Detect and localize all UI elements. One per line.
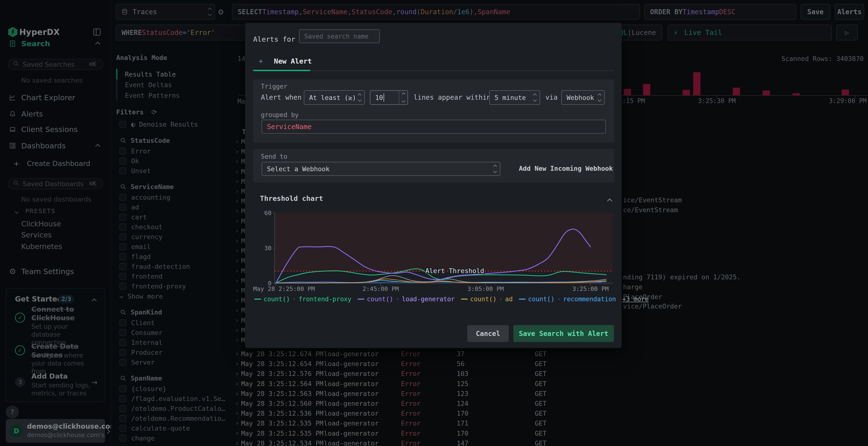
add-webhook-button[interactable]: Add New Incoming Webhook	[519, 165, 613, 172]
chevron-up-icon[interactable]	[92, 297, 96, 304]
analysis-mode-results-table[interactable]: Results Table	[116, 69, 232, 79]
filter-option-Error[interactable]: Error	[111, 146, 239, 156]
filter-option-{closure}[interactable]: {closure}	[111, 384, 239, 394]
sidebar-item-search[interactable]: Search	[0, 38, 111, 49]
checkbox[interactable]	[119, 359, 126, 366]
show-more-button[interactable]: Show more	[111, 291, 239, 301]
checkbox[interactable]	[119, 283, 126, 290]
get-started-item-title[interactable]: Add Data	[31, 372, 94, 380]
checkbox[interactable]	[119, 385, 126, 392]
table-row[interactable]: ›May 28 3:25:12.535 PMload-generatorErro…	[231, 428, 868, 438]
checkbox[interactable]	[119, 415, 126, 422]
filter-option-flagd[interactable]: flagd	[111, 252, 239, 262]
checkbox[interactable]	[119, 194, 126, 201]
checkbox[interactable]	[119, 263, 126, 270]
grouped-by-input[interactable]: ServiceName	[261, 120, 606, 134]
checkbox[interactable]	[119, 243, 126, 250]
filter-option-calculate-quote[interactable]: calculate-quote	[111, 423, 239, 433]
checkbox[interactable]	[119, 339, 126, 346]
preset-clickhouse[interactable]: ClickHouse	[21, 219, 61, 228]
filter-option-change[interactable]: change	[111, 433, 239, 443]
chevron-up-icon[interactable]	[608, 197, 612, 204]
checkbox[interactable]	[119, 158, 126, 165]
filter-option-Unset[interactable]: Unset	[111, 166, 239, 176]
legend-item-frontend-proxy[interactable]: count() · frontend-proxy	[254, 296, 351, 303]
filter-option-Server[interactable]: Server	[111, 357, 239, 367]
saved-search-name-input[interactable]: Saved search name	[299, 29, 380, 43]
filter-option-/oteldemo.Recommendatio…[interactable]: /oteldemo.Recommendatio…	[111, 413, 239, 423]
saved-dashboards-input[interactable]: Saved Dashboards ⌘K	[8, 178, 103, 189]
checkbox[interactable]	[119, 425, 126, 432]
source-select[interactable]: Traces	[116, 4, 215, 20]
table-row[interactable]: ›May 28 3:25:12.654 PMload-generatorErro…	[231, 359, 868, 369]
checkbox[interactable]	[119, 405, 126, 412]
user-account-chip[interactable]: D demos@clickhouse.com demos@clickhouse.…	[6, 419, 105, 443]
filter-option-/oteldemo.ProductCatalo…[interactable]: /oteldemo.ProductCatalo…	[111, 404, 239, 413]
alerts-button[interactable]: Alerts	[835, 4, 864, 20]
gear-icon[interactable]: ⚙	[218, 7, 223, 16]
cancel-button[interactable]: Cancel	[467, 325, 509, 342]
analysis-mode-event-deltas[interactable]: Event Deltas	[116, 79, 232, 90]
checkbox[interactable]	[119, 214, 126, 220]
checkbox[interactable]	[119, 273, 126, 280]
filter-option-ad[interactable]: ad	[111, 202, 239, 212]
legend-item-load-generator[interactable]: count() · load-generator	[358, 296, 455, 303]
checkbox[interactable]	[119, 224, 126, 231]
webhook-select[interactable]: Select a Webhook	[261, 162, 500, 176]
table-row[interactable]: ›May 28 3:25:12.535 PMload-generatorErro…	[231, 418, 868, 428]
filter-option-accounting[interactable]: accounting	[111, 193, 239, 202]
table-row[interactable]: ›May 28 3:25:12.560 PMload-generatorErro…	[231, 399, 868, 408]
channel-select[interactable]: Webhook	[561, 90, 605, 105]
denoise-results-checkbox[interactable]: ◐ Denoise Results	[111, 121, 239, 128]
filter-option-frontend-proxy[interactable]: frontend-proxy	[111, 281, 239, 291]
threshold-count-input[interactable]: 10	[370, 90, 408, 105]
checkbox[interactable]	[119, 435, 126, 442]
presets-toggle[interactable]: PRESETS	[16, 208, 56, 214]
help-button[interactable]: ?	[6, 406, 19, 418]
sidebar-item-chart-explorer[interactable]: Chart Explorer	[0, 92, 111, 103]
filter-option-frontend[interactable]: frontend	[111, 271, 239, 281]
time-window-select[interactable]: 5 minute	[489, 90, 540, 105]
legend-item-recommendation[interactable]: count() · recommendation	[519, 296, 616, 303]
table-row[interactable]: ›May 28 3:25:12.564 PMload-generatorErro…	[231, 379, 868, 389]
analysis-mode-event-patterns[interactable]: Event Patterns	[116, 90, 232, 101]
number-spinner[interactable]	[399, 91, 407, 104]
checkbox[interactable]	[119, 121, 126, 128]
filter-option-Producer[interactable]: Producer	[111, 347, 239, 357]
filter-option-Consumer[interactable]: Consumer	[111, 328, 239, 338]
get-started-item-title[interactable]: Connect to ClickHouse	[31, 305, 94, 322]
sidebar-item-team-settings[interactable]: ⚙ Team Settings	[0, 266, 111, 277]
order-by-input[interactable]: ORDER BY Timestamp DESC	[644, 4, 796, 20]
chevron-right-icon[interactable]	[105, 427, 109, 435]
sidebar-item-alerts[interactable]: Alerts	[0, 108, 111, 119]
live-tail-button[interactable]: ⚡ Live Tail	[668, 25, 832, 40]
legend-more-button[interactable]: +3 more	[622, 296, 649, 303]
condition-select[interactable]: At least (≥)	[304, 90, 365, 105]
filter-option-Ok[interactable]: Ok	[111, 156, 239, 166]
arrow-right-icon[interactable]: →	[91, 378, 97, 386]
preset-kubernetes[interactable]: Kubernetes	[21, 242, 62, 251]
table-row[interactable]: ›May 28 3:25:12.534 PMload-generatorErro…	[231, 438, 868, 446]
checkbox[interactable]	[119, 148, 126, 155]
play-button[interactable]: ▷	[836, 25, 858, 40]
filter-option-email[interactable]: email	[111, 242, 239, 252]
checkbox[interactable]	[119, 329, 126, 336]
checkbox[interactable]	[119, 395, 126, 402]
filter-option-checkout[interactable]: checkout	[111, 222, 239, 232]
filter-option-Client[interactable]: Client	[111, 318, 239, 328]
filter-option-cart[interactable]: cart	[111, 212, 239, 222]
select-query-input[interactable]: SELECT Timestamp,ServiceName,StatusCode,…	[232, 4, 640, 20]
filter-option-currency[interactable]: currency	[111, 232, 239, 242]
checkbox[interactable]	[119, 204, 126, 211]
table-row[interactable]: ›May 28 3:25:12.536 PMload-generatorErro…	[231, 408, 868, 418]
preset-services[interactable]: Services	[21, 231, 52, 239]
saved-searches-input[interactable]: Saved Searches ⌘K	[8, 59, 103, 70]
checkbox[interactable]	[119, 319, 126, 326]
save-search-with-alert-button[interactable]: Save Search with Alert	[513, 325, 614, 342]
checkbox[interactable]	[119, 233, 126, 240]
table-row[interactable]: ›May 28 3:25:12.674 PMload-generatorErro…	[231, 349, 868, 359]
table-row[interactable]: ›May 28 3:25:12.563 PMload-generatorErro…	[231, 389, 868, 399]
checkbox[interactable]	[119, 349, 126, 356]
tab-new-alert[interactable]: + New Alert	[259, 57, 312, 65]
save-button[interactable]: Save	[801, 4, 830, 20]
